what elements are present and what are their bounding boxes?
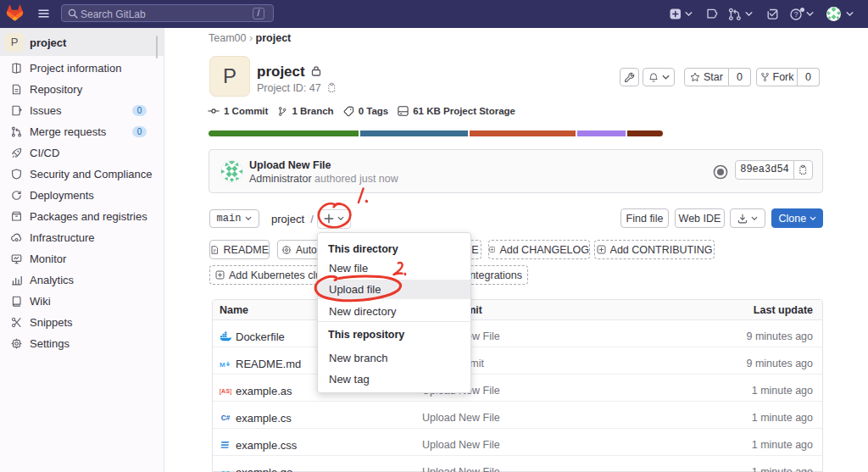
svg-text:C#: C# bbox=[221, 414, 231, 422]
svg-text:?: ? bbox=[794, 10, 798, 19]
svg-text:M: M bbox=[220, 361, 225, 369]
svg-text:GO: GO bbox=[220, 469, 231, 472]
svg-text:{AS}: {AS} bbox=[220, 387, 231, 395]
